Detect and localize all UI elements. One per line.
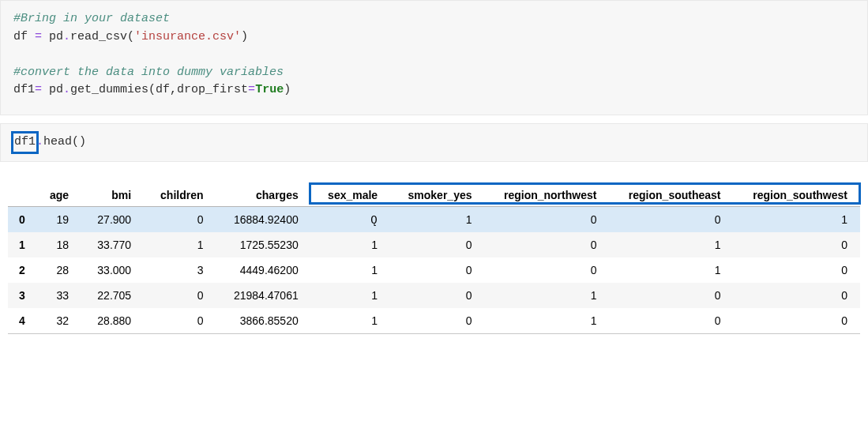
- code-text: pd: [42, 30, 63, 43]
- table-cell: 21984.47061: [216, 283, 311, 308]
- table-cell: 0: [609, 308, 733, 333]
- table-cell: 0: [485, 206, 610, 232]
- code-operator: .: [36, 135, 43, 148]
- table-cell: 1: [609, 257, 733, 283]
- code-text: pd: [42, 83, 63, 96]
- table-cell: 0: [144, 308, 216, 333]
- table-cell: 0: [485, 232, 610, 257]
- table-cell: 1: [144, 232, 216, 257]
- table-cell: 3: [144, 257, 216, 283]
- code-text: df1: [14, 135, 36, 148]
- table-cell: 1: [485, 283, 610, 308]
- table-cell: 16884.92400: [216, 206, 311, 232]
- code-operator: =: [35, 83, 42, 96]
- table-column-header: region_southwest: [734, 182, 860, 207]
- table-cell: 1: [485, 308, 610, 333]
- code-operator: .: [63, 83, 70, 96]
- code-operator: =: [35, 30, 42, 43]
- code-text: ): [284, 83, 291, 96]
- table-row-index: 4: [8, 308, 35, 333]
- code-cell-1[interactable]: #Bring in your dataset df = pd.read_csv(…: [0, 0, 868, 115]
- code-comment: #Bring in your dataset: [13, 12, 170, 25]
- code-keyword: True: [255, 83, 284, 96]
- table-cell: 1725.55230: [216, 232, 311, 257]
- code-cell-2[interactable]: df1.head(): [0, 123, 868, 162]
- table-cell: 1: [390, 206, 484, 232]
- code-text: ): [241, 30, 248, 43]
- table-cell: 0: [609, 206, 733, 232]
- table-row-index: 1: [8, 232, 35, 257]
- table-cell: 3866.85520: [216, 308, 311, 333]
- dataframe-table: agebmichildrenchargessex_malesmoker_yesr…: [8, 182, 860, 333]
- table-column-header: children: [144, 182, 216, 207]
- table-row: 22833.00034449.4620010010: [8, 257, 860, 283]
- code-operator: =: [248, 83, 255, 96]
- table-cell: 27.900: [81, 206, 144, 232]
- table-cell: 0: [390, 257, 484, 283]
- table-cell: 0̨: [311, 206, 390, 232]
- table-cell: 0: [144, 283, 216, 308]
- table-cell: 32: [35, 308, 81, 333]
- table-row: 01927.900016884.924000̨1001: [8, 206, 860, 232]
- table-cell: 0: [734, 308, 860, 333]
- code-string: 'insurance.csv': [134, 30, 241, 43]
- table-column-header: region_northwest: [485, 182, 610, 207]
- table-cell: 0: [485, 257, 610, 283]
- table-column-header: age: [35, 182, 81, 207]
- dataframe-output: agebmichildrenchargessex_malesmoker_yesr…: [0, 167, 868, 334]
- table-cell: 28: [35, 257, 81, 283]
- table-row-index: 2: [8, 257, 35, 283]
- table-cell: 1: [311, 283, 390, 308]
- code-comment: #convert the data into dummy variables: [13, 66, 284, 79]
- code-text: read_csv(: [70, 30, 134, 43]
- table-cell: 1: [311, 308, 390, 333]
- table-cell: 4449.46200: [216, 257, 311, 283]
- table-column-header: smoker_yes: [390, 182, 484, 207]
- table-cell: 0: [390, 232, 484, 257]
- table-column-header: sex_male: [311, 182, 390, 207]
- table-cell: 1: [734, 206, 860, 232]
- table-cell: 1: [311, 232, 390, 257]
- table-column-header: region_southeast: [609, 182, 733, 207]
- table-row: 43228.88003866.8552010100: [8, 308, 860, 333]
- table-cell: 0: [144, 206, 216, 232]
- table-header-row: agebmichildrenchargessex_malesmoker_yesr…: [8, 182, 860, 207]
- code-operator: .: [63, 30, 70, 43]
- table-cell: 33.000: [81, 257, 144, 283]
- table-cell: 33: [35, 283, 81, 308]
- table-cell: 18: [35, 232, 81, 257]
- table-row-index: 3: [8, 283, 35, 308]
- code-text: df1: [13, 83, 35, 96]
- table-cell: 28.880: [81, 308, 144, 333]
- table-cell: 1: [609, 232, 733, 257]
- table-index-header: [8, 182, 35, 207]
- table-cell: 0: [734, 257, 860, 283]
- code-text: head(): [43, 135, 86, 148]
- df1-highlight-box: df1: [13, 133, 36, 152]
- table-row: 33322.705021984.4706110100: [8, 283, 860, 308]
- table-cell: 0: [609, 283, 733, 308]
- table-column-header: bmi: [81, 182, 144, 207]
- table-cell: 1: [311, 257, 390, 283]
- table-row-index: 0: [8, 206, 35, 232]
- table-cell: 0: [734, 232, 860, 257]
- table-row: 11833.77011725.5523010010: [8, 232, 860, 257]
- table-cell: 33.770: [81, 232, 144, 257]
- table-cell: 0: [390, 308, 484, 333]
- code-text: df: [13, 30, 35, 43]
- table-cell: 0: [390, 283, 484, 308]
- code-text: get_dummies(df,drop_first: [70, 83, 248, 96]
- table-cell: 22.705: [81, 283, 144, 308]
- table-cell: 19: [35, 206, 81, 232]
- table-column-header: charges: [216, 182, 311, 207]
- table-cell: 0: [734, 283, 860, 308]
